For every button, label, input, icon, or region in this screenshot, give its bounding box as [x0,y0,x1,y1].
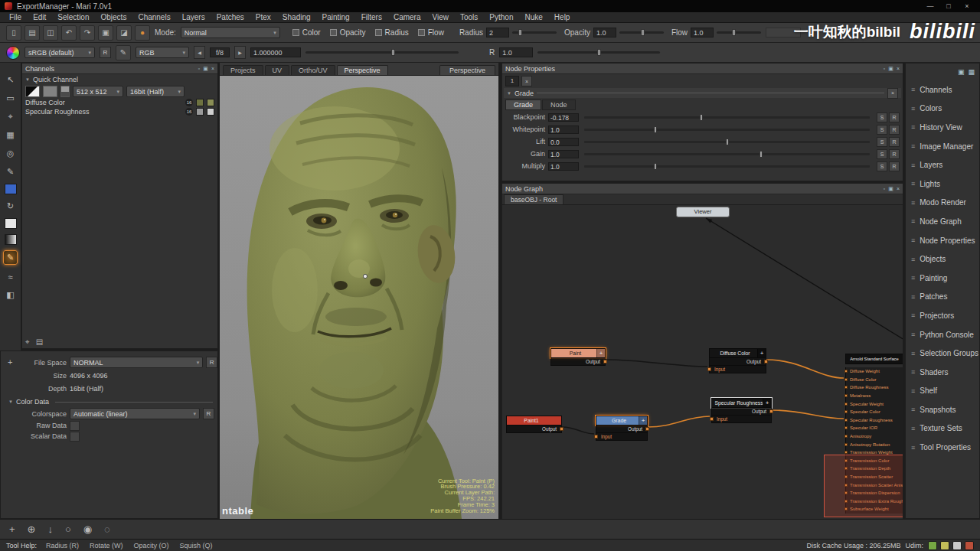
param-slider[interactable] [584,129,870,131]
param-value-field[interactable]: 1.0 [548,150,579,158]
viewport-tab-uv[interactable]: UV [265,65,290,75]
colorspace-select-dropdown[interactable]: Automatic (linear) ▾ [70,408,200,419]
param-value-field[interactable]: 0.0 [548,138,579,146]
close-section-button[interactable]: × [887,88,898,99]
menu-painting[interactable]: Painting [322,13,350,21]
node-index-field[interactable]: 1 [505,76,519,86]
param-slider[interactable] [584,141,870,143]
grade-tab-grade[interactable]: Grade [505,99,541,110]
specular-roughness-node[interactable]: Specular Roughness + Output Input [711,398,772,423]
viewport-tab-ortho-uv[interactable]: Ortho/UV [291,65,335,75]
param-value-field[interactable]: -0.178 [548,113,579,122]
param-value-field[interactable]: 1.0 [548,126,579,134]
panel-undock-icon[interactable]: ▫ [884,66,885,72]
marquee-tool-icon[interactable]: ▭ [4,92,17,105]
menu-patches[interactable]: Patches [217,13,244,21]
menu-filters[interactable]: Filters [361,13,382,21]
sidebar-item-objects[interactable]: ≡Objects [906,249,979,269]
sidebar-item-tool-properties[interactable]: ≡Tool Properties [906,438,979,457]
sidebar-item-shelf[interactable]: ≡Shelf [906,382,979,401]
sidebar-item-painting[interactable]: ≡Painting [906,269,979,288]
menu-tools[interactable]: Tools [460,13,478,21]
color-picker-swatch[interactable] [6,46,20,60]
graph-tab-baseobj-root[interactable]: baseOBJ - Root [504,194,564,204]
menu-edit[interactable]: Edit [33,13,46,21]
viewport-tab-perspective[interactable]: Perspective [337,65,388,75]
param-reset-button[interactable]: R [889,112,900,122]
gamma-field[interactable]: 1.0 [499,47,533,57]
sidebar-item-channels[interactable]: ≡Channels [906,80,979,99]
menu-file[interactable]: File [9,13,21,21]
node-graph-canvas[interactable]: Viewer Paint + Output Diffuse Color + Ou… [502,205,903,520]
layer-stack-icon[interactable]: ▤ [36,337,43,347]
param-stamp-button[interactable]: S [877,149,887,159]
param-stamp-button[interactable]: S [877,125,887,135]
quick-depth-dropdown[interactable]: 16bit (Half) ▾ [126,86,185,97]
filter-size-field[interactable]: 1.000000 [250,47,301,57]
sidebar-item-python-console[interactable]: ≡Python Console [906,325,979,344]
redo-icon[interactable]: ↷ [80,25,95,41]
rotate-tool-icon[interactable]: ↻ [4,200,17,213]
arnold-port-diffuse-color[interactable]: Diffuse Color [846,376,903,384]
minimize-button[interactable]: — [922,2,939,10]
menu-nuke[interactable]: Nuke [525,13,543,21]
node-add-icon[interactable]: + [596,349,605,357]
menu-layers[interactable]: Layers [182,13,205,21]
select-tool-icon[interactable]: ↖ [4,73,17,86]
pencil-icon[interactable]: ✎ [116,45,131,60]
collapse-caret-icon[interactable]: ▼ [507,91,511,96]
pencil-tool-icon[interactable]: ✎ [4,165,17,178]
node-add-icon[interactable]: + [757,349,766,357]
input-port[interactable] [710,417,714,421]
panel-close-icon[interactable]: × [211,66,214,72]
sidebar-item-selection-groups[interactable]: ≡Selection Groups [906,344,979,363]
panel-maximize-icon[interactable]: ▣ [888,66,893,72]
param-stamp-button[interactable]: S [877,137,887,147]
channel-row-specular-roughness[interactable]: Specular Roughness16 [22,107,217,116]
input-port[interactable] [707,367,711,371]
sidebar-item-image-manager[interactable]: ≡Image Manager [906,137,979,156]
save-icon[interactable]: ◫ [43,25,58,41]
add-button[interactable]: + [8,357,12,367]
background-color-swatch[interactable] [5,218,17,229]
pivot-tool-icon[interactable]: ◉ [83,523,92,535]
param-reset-button[interactable]: R [889,125,900,135]
new-project-icon[interactable]: ▯ [6,25,21,41]
falloff-tool-icon[interactable]: ◌ [104,523,110,535]
param-value-field[interactable]: 1.0 [548,162,579,171]
sidebar-item-lights[interactable]: ≡Lights [906,174,979,194]
foreground-color-swatch[interactable] [5,184,17,194]
toggle-radius[interactable]: Radius [375,28,409,37]
paint-node[interactable]: Paint + Output [550,348,606,366]
panel-undock-icon[interactable]: ▫ [198,66,200,72]
panel-maximize-icon[interactable]: ▣ [203,66,208,72]
menu-shading[interactable]: Shading [283,13,311,21]
output-port[interactable] [603,360,607,364]
collapse-caret-icon[interactable]: ▼ [25,77,30,82]
node-graph-header[interactable]: Node Graph ▫▣× [502,184,903,194]
param-stamp-button[interactable]: S [877,112,887,122]
exposure-slider[interactable] [305,51,459,54]
arnold-port-metalness[interactable]: Metalness [846,392,903,400]
gamma-slider[interactable] [537,51,660,54]
sidebar-item-patches[interactable]: ≡Patches [906,288,979,307]
drop-tool-icon[interactable]: ↓ [48,523,54,535]
param-reset-button[interactable]: R [889,149,900,159]
exposure-value[interactable]: f/8 [210,47,230,57]
quick-size-dropdown[interactable]: 512 x 512 ▾ [73,86,123,97]
toggle-flow[interactable]: Flow [418,28,444,37]
panel-close-icon[interactable]: × [897,186,900,192]
viewport-tab-projects[interactable]: Projects [223,65,263,75]
param-stamp-button[interactable]: S [877,161,887,171]
output-port[interactable] [769,409,773,413]
brush-opacity-field[interactable]: 1.0 [593,28,616,37]
grade-node[interactable]: Grade + Output Input [596,416,648,441]
panel-undock-icon[interactable]: ▫ [884,186,885,192]
grab-tool-icon[interactable]: ⊕ [28,523,36,535]
viewport-canvas[interactable]: Current Tool: Paint (P)Brush Pressure: 0… [220,76,498,519]
undo-icon[interactable]: ↶ [61,25,77,41]
node-properties-header[interactable]: Node Properties ▫▣× [502,64,903,74]
channels-panel-header[interactable]: Channels ▫▣× [22,64,217,74]
gray-swatch[interactable] [43,86,57,97]
param-reset-button[interactable]: R [889,161,900,171]
